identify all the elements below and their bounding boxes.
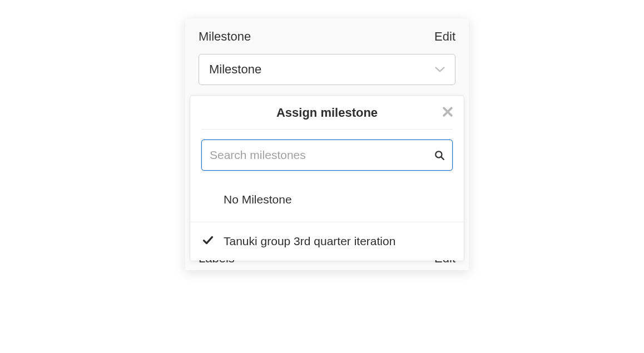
dropdown-header: Assign milestone xyxy=(201,96,453,130)
milestone-title: Milestone xyxy=(199,29,251,44)
assign-milestone-dropdown: Assign milestone No Milestone Tanuki xyxy=(190,95,464,261)
svg-line-1 xyxy=(441,157,444,160)
search-box xyxy=(201,140,453,171)
search-input[interactable] xyxy=(202,140,452,170)
search-icon xyxy=(434,150,444,160)
option-tanuki-q3[interactable]: Tanuki group 3rd quarter iteration xyxy=(190,222,464,260)
milestone-header: Milestone Edit xyxy=(185,18,469,54)
labels-header-partial: Labels Edit xyxy=(185,260,469,269)
edit-button[interactable]: Edit xyxy=(434,29,455,44)
chevron-down-icon xyxy=(435,64,445,74)
milestone-sidebar-panel: Milestone Edit Milestone Assign mileston… xyxy=(185,18,469,270)
milestone-options-list: No Milestone Tanuki group 3rd quarter it… xyxy=(190,176,464,261)
close-icon[interactable] xyxy=(443,107,453,117)
search-wrap xyxy=(190,130,464,176)
milestone-dropdown-label: Milestone xyxy=(209,62,261,77)
milestone-dropdown-toggle[interactable]: Milestone xyxy=(199,54,455,85)
check-icon xyxy=(202,235,214,246)
option-label: No Milestone xyxy=(224,193,292,206)
option-label: Tanuki group 3rd quarter iteration xyxy=(224,235,395,247)
option-no-milestone[interactable]: No Milestone xyxy=(190,176,464,222)
dropdown-title: Assign milestone xyxy=(276,106,378,120)
